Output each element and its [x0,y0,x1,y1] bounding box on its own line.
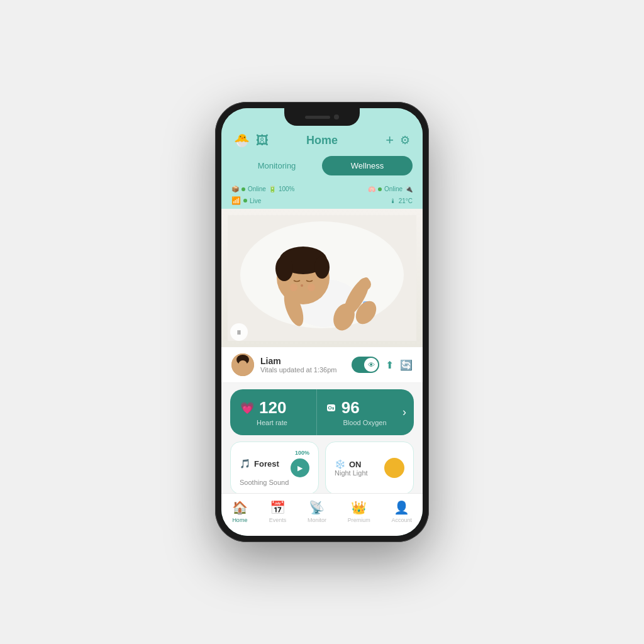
header-left-icons: 🐣 🖼 [234,133,269,148]
device1-status: 📦 Online 🔋 100% [231,186,294,192]
night-light-card[interactable]: ❄️ ON Night Light [325,441,414,493]
camera-view: ⏸ [221,209,423,347]
nav-events[interactable]: 📅 Events [269,500,287,523]
device2-online-dot [378,187,382,191]
tab-bar: Monitoring Wellness [231,156,413,175]
device1-online-dot [242,187,245,191]
nav-events-label: Events [269,517,287,523]
heart-rate-item: 💗 120 Heart rate [230,389,317,435]
device-status-bar: 📦 Online 🔋 100% 🫁 Online 🔌 [221,183,423,195]
plug-icon: 🔌 [405,186,413,192]
premium-icon: 👑 [351,500,367,515]
device2-icon: 🫁 [368,186,375,192]
heart-rate-display: 💗 120 [240,398,286,418]
vitals-card[interactable]: 💗 120 Heart rate O₂ 96 Blood Oxygen › [230,389,414,435]
nav-home[interactable]: 🏠 Home [232,500,248,523]
profile-actions: 👁 ⬆ 🔄 [352,357,413,373]
baby-feed [221,209,423,347]
temperature-icon: 🌡 [390,197,396,204]
live-dot [243,199,247,203]
sliders-icon[interactable]: ⚙ [400,133,410,147]
sound-sub: Soothing Sound [240,479,309,486]
live-label: Live [250,197,261,204]
home-icon: 🏠 [232,500,248,515]
controls-row: 🎵 Forest 100% ▶ Soothing Sound [230,441,414,493]
refresh-icon[interactable]: 🔄 [400,359,413,371]
live-bar: 📶 Live 🌡 21°C [221,195,423,209]
blood-oxygen-item: O₂ 96 Blood Oxygen [317,389,403,435]
heart-rate-label: Heart rate [240,419,287,426]
svg-point-8 [290,284,297,291]
photo-icon[interactable]: 🖼 [256,133,269,148]
svg-point-5 [275,256,293,281]
pause-button[interactable]: ⏸ [230,323,248,341]
night-light-info: ❄️ ON Night Light [335,459,368,477]
header-right-icons: + ⚙ [386,132,410,148]
avatar [231,353,254,376]
sound-name: Forest [254,459,279,469]
blood-oxygen-value: 96 [341,398,360,418]
svg-point-12 [358,278,371,291]
vitals-updated: Vitals updated at 1:36pm [260,366,337,374]
profile-bar: Liam Vitals updated at 1:36pm 👁 ⬆ 🔄 [221,347,423,383]
battery-icon: 🔋 [269,186,276,192]
nav-monitor[interactable]: 📡 Monitor [308,500,326,523]
tab-monitoring[interactable]: Monitoring [231,156,322,175]
baby-face-icon[interactable]: 🐣 [234,133,250,148]
device2-status-label: Online [384,186,402,192]
profile-left: Liam Vitals updated at 1:36pm [231,353,337,376]
temperature-value: 21°C [399,197,413,204]
device1-icon: 📦 [231,186,239,192]
events-icon: 📅 [270,500,286,515]
phone-device: 🐣 🖼 Home + ⚙ Monitoring Wellness 📦 Onlin… [215,102,429,542]
blood-oxygen-label: Blood Oxygen [327,419,387,426]
svg-point-18 [238,360,247,369]
profile-info: Liam Vitals updated at 1:36pm [260,356,337,374]
phone-screen: 🐣 🖼 Home + ⚙ Monitoring Wellness 📦 Onlin… [221,108,423,536]
tab-wellness[interactable]: Wellness [322,156,413,175]
nav-monitor-label: Monitor [308,517,326,523]
blood-oxygen-display: O₂ 96 [327,398,360,418]
sound-percent: 100% [295,450,309,456]
svg-point-7 [301,284,303,287]
svg-point-6 [314,256,330,279]
account-icon: 👤 [394,500,409,515]
monitor-icon: 📡 [309,500,325,515]
device1-status-label: Online [248,186,266,192]
nav-account[interactable]: 👤 Account [392,500,413,523]
baby-illustration [228,215,416,341]
svg-point-9 [308,284,315,291]
content-area: Liam Vitals updated at 1:36pm 👁 ⬆ 🔄 💗 [221,347,423,493]
camera [334,114,339,119]
header-title: Home [306,134,338,147]
nav-premium[interactable]: 👑 Premium [348,500,370,523]
add-icon[interactable]: + [386,132,394,148]
nav-account-label: Account [392,517,413,523]
snowflake-icon: ❄️ [335,459,345,469]
monitoring-toggle[interactable]: 👁 [352,357,379,373]
vitals-arrow[interactable]: › [402,389,414,435]
heart-rate-value: 120 [259,398,286,418]
signal-icon: 📶 [231,196,241,205]
profile-name: Liam [260,356,337,366]
sound-card-header: 🎵 Forest 100% ▶ [240,450,309,477]
nav-premium-label: Premium [348,517,370,523]
music-icon: 🎵 [240,458,250,469]
toggle-thumb: 👁 [364,358,378,372]
soothing-sound-card[interactable]: 🎵 Forest 100% ▶ Soothing Sound [230,441,319,493]
sun-icon[interactable] [384,458,404,478]
o2-badge: O₂ [327,404,335,411]
sound-card-left: 🎵 Forest [240,458,279,469]
night-light-label: Night Light [335,469,368,477]
battery-level: 100% [279,186,295,192]
speaker [305,116,330,119]
share-icon[interactable]: ⬆ [386,359,394,371]
play-button[interactable]: ▶ [291,458,309,477]
nav-home-label: Home [232,517,247,523]
heart-icon: 💗 [240,401,254,415]
notch [284,108,360,126]
device2-status: 🫁 Online 🔌 [368,186,413,192]
bottom-nav: 🏠 Home 📅 Events 📡 Monitor 👑 Premium 👤 Ac… [221,493,423,536]
night-light-status: ON [349,460,362,469]
